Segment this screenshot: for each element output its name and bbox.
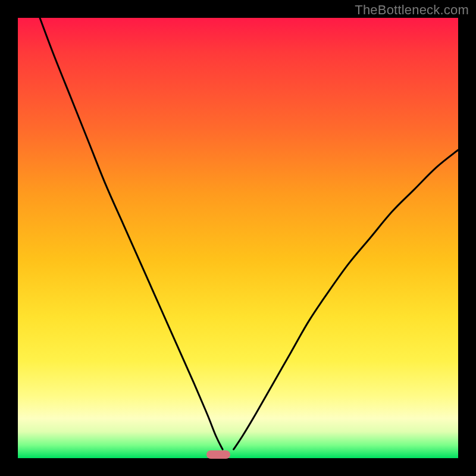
curve-right [234, 150, 458, 449]
chart-frame: TheBottleneck.com [0, 0, 476, 476]
optimum-marker [206, 450, 230, 459]
watermark-text: TheBottleneck.com [355, 2, 469, 18]
plot-area [18, 18, 458, 458]
curve-layer [18, 18, 458, 458]
curve-left [40, 18, 223, 449]
